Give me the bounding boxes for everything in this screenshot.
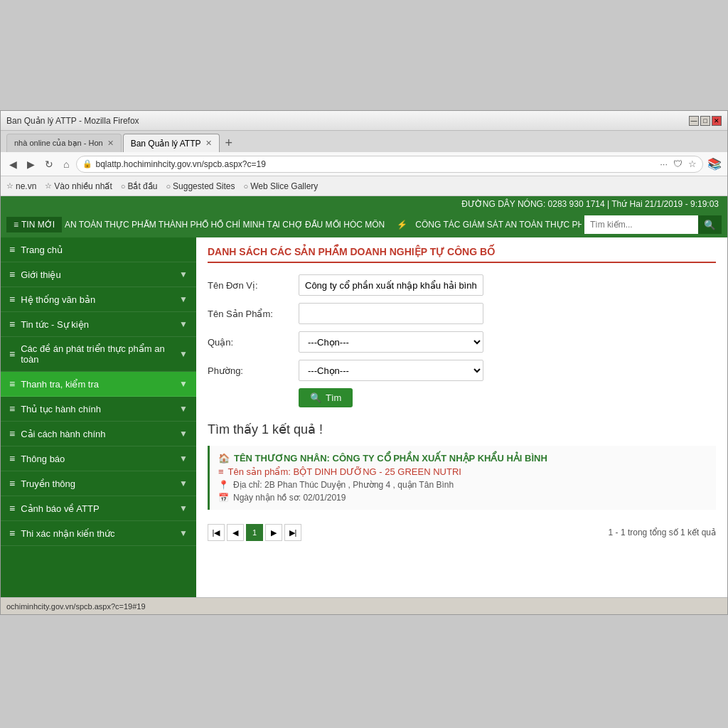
tab-attp[interactable]: Ban Quản lý ATTP ✕ [123, 134, 220, 152]
sidebar-item-de-an[interactable]: ≡ Các đề án phát triển thực phẩm an toàn… [1, 337, 196, 372]
home-button[interactable]: ⌂ [60, 157, 72, 171]
hotline-bar: ĐƯỜNG DÂY NÓNG: 0283 930 1714 | Thứ Hai … [1, 196, 727, 212]
library-icon[interactable]: 📚 [707, 157, 722, 171]
sidebar-item-van-ban[interactable]: ≡ Hệ thống văn bản ▼ [1, 287, 196, 312]
truyen-thong-label: Truyền thông [21, 478, 75, 489]
search-input-top[interactable] [584, 215, 698, 234]
result-count: Tìm thấy 1 kết quả ! [208, 422, 716, 437]
forward-button[interactable]: ▶ [24, 157, 38, 171]
search-icon: 🔍 [310, 392, 321, 403]
thong-bao-icon: ≡ [9, 453, 15, 464]
product-icon: ≡ [218, 466, 224, 477]
last-page-button[interactable]: ▶| [284, 524, 301, 541]
tin-moi-icon: ≡ [14, 220, 18, 230]
quan-select[interactable]: ---Chọn--- [299, 331, 483, 353]
sidebar-item-thong-bao[interactable]: ≡ Thông báo ▼ [1, 446, 196, 471]
thanh-tra-icon: ≡ [9, 378, 15, 390]
trang-chu-icon: ≡ [9, 244, 15, 255]
company-text: TÊN THƯƠNG NHÂN: CÔNG TY CỔ PHẦN XUẤT NH… [234, 453, 547, 464]
more-options-icon[interactable]: ··· [660, 159, 668, 169]
sidebar-item-trang-chu[interactable]: ≡ Trang chủ [1, 237, 196, 262]
tin-moi-button[interactable]: ≡ TIN MỚI [6, 217, 62, 232]
address-icon: 📍 [218, 480, 229, 490]
bookmark-ne[interactable]: ☆ ne.vn [6, 181, 36, 191]
search-submit-top[interactable]: 🔍 [698, 215, 722, 234]
bookmark-ne-icon: ☆ [6, 181, 14, 191]
address-text-result: Địa chỉ: 2B Phan Thúc Duyện , Phường 4 ,… [233, 480, 454, 490]
san-pham-input[interactable] [299, 303, 483, 324]
pagination-info: 1 - 1 trong tổng số 1 kết quả [609, 528, 716, 537]
tin-tuc-arrow: ▼ [179, 319, 188, 329]
result-item-0: 🏠 TÊN THƯƠNG NHÂN: CÔNG TY CỔ PHẦN XUẤT … [208, 446, 716, 510]
quan-label: Quận: [208, 337, 293, 348]
new-tab-button[interactable]: + [221, 134, 237, 152]
search-form: Tên Đơn Vị: Tên Sản Phẩm: Quận: ---Chọn-… [208, 274, 716, 407]
address-box[interactable]: 🔒 bqlattp.hochiminhcity.gov.vn/spcb.aspx… [76, 156, 703, 173]
back-button[interactable]: ◀ [6, 157, 20, 171]
bookmark-ne-label: ne.vn [16, 181, 36, 191]
next-page-button[interactable]: ▶ [265, 524, 282, 541]
tin-tuc-label: Tin tức - Sự kiện [21, 319, 89, 330]
search-button[interactable]: 🔍 Tìm [299, 388, 353, 407]
hotline-text: ĐƯỜNG DÂY NÓNG: 0283 930 1714 | Thứ Hai … [461, 199, 719, 209]
sidebar-item-gioi-thieu[interactable]: ≡ Giới thiệu ▼ [1, 262, 196, 287]
page-content: ĐƯỜNG DÂY NÓNG: 0283 930 1714 | Thứ Hai … [1, 196, 727, 614]
page-1-button[interactable]: 1 [246, 524, 263, 541]
bookmark-star-icon[interactable]: 🛡 [673, 159, 682, 169]
phuong-row: Phường: ---Chọn--- [208, 360, 716, 381]
thu-tuc-label: Thủ tục hành chính [21, 404, 101, 414]
sidebar-item-truyen-thong[interactable]: ≡ Truyền thông ▼ [1, 471, 196, 496]
first-page-button[interactable]: |◀ [208, 524, 225, 541]
maximize-button[interactable]: □ [700, 116, 710, 126]
address-icons: ··· 🛡 ☆ [660, 159, 697, 169]
truyen-thong-arrow: ▼ [179, 478, 188, 488]
news-ticker: AN TOÀN THỰC PHẨM THÀNH PHỐ HỒ CHÍ MINH … [65, 220, 582, 230]
prev-page-button[interactable]: ◀ [227, 524, 244, 541]
van-ban-label: Hệ thống văn bản [21, 294, 95, 305]
sidebar-item-canh-bao[interactable]: ≡ Cảnh báo về ATTP ▼ [1, 496, 196, 521]
tin-tuc-icon: ≡ [9, 318, 15, 330]
sidebar-item-cai-cach[interactable]: ≡ Cải cách hành chính ▼ [1, 422, 196, 446]
san-pham-label: Tên Sản Phẩm: [208, 309, 293, 319]
bookmark-suggested[interactable]: ○ Suggested Sites [166, 181, 235, 191]
address-bar-row: ◀ ▶ ↻ ⌂ 🔒 bqlattp.hochiminhcity.gov.vn/s… [1, 152, 727, 176]
bookmark-bd-icon: ○ [121, 182, 126, 191]
result-company: 🏠 TÊN THƯƠNG NHÂN: CÔNG TY CỔ PHẦN XUẤT … [218, 453, 707, 464]
bookmark-vao-nhieu-nhat[interactable]: ☆ Vào nhiều nhất [45, 181, 112, 191]
tin-moi-label: TIN MỚI [21, 220, 55, 230]
refresh-button[interactable]: ↻ [42, 157, 56, 171]
title-bar: Ban Quản lý ATTP - Mozilla Firefox — □ ✕ [1, 111, 727, 131]
quan-row: Quận: ---Chọn--- [208, 331, 716, 353]
reader-icon[interactable]: ☆ [688, 159, 697, 169]
bookmark-bat-dau[interactable]: ○ Bắt đầu [121, 181, 158, 191]
thi-xac-nhan-icon: ≡ [9, 528, 15, 539]
ticker-text: AN TOÀN THỰC PHẨM THÀNH PHỐ HỒ CHÍ MINH … [65, 220, 385, 230]
de-an-arrow: ▼ [179, 349, 188, 359]
sidebar-item-thi-xac-nhan[interactable]: ≡ Thi xác nhận kiến thức ▼ [1, 521, 196, 546]
sidebar-item-thu-tuc[interactable]: ≡ Thủ tục hành chính ▼ [1, 397, 196, 422]
tab-attp-close[interactable]: ✕ [205, 139, 212, 148]
main-area: DANH SÁCH CÁC SẢN PHẨM DOANH NGHIỆP TỰ C… [196, 237, 727, 604]
tab-home[interactable]: nhà online của bạn - Hon ✕ [6, 134, 122, 152]
bookmark-ws-label: Web Slice Gallery [250, 181, 318, 191]
bookmark-web-slice[interactable]: ○ Web Slice Gallery [244, 181, 318, 191]
de-an-label: Các đề án phát triển thực phẩm an toàn [21, 343, 179, 365]
phuong-label: Phường: [208, 365, 293, 376]
close-button[interactable]: ✕ [712, 116, 722, 126]
company-icon: 🏠 [218, 453, 230, 464]
tabs-row: nhà online của bạn - Hon ✕ Ban Quản lý A… [1, 131, 727, 152]
canh-bao-label: Cảnh báo về ATTP [21, 503, 99, 514]
bookmark-vnnh-label: Vào nhiều nhất [54, 181, 112, 191]
bookmark-vnnh-icon: ☆ [45, 181, 52, 191]
page-title: DANH SÁCH CÁC SẢN PHẨM DOANH NGHIỆP TỰ C… [208, 246, 716, 263]
don-vi-label: Tên Đơn Vị: [208, 280, 293, 291]
tab-home-close[interactable]: ✕ [107, 139, 114, 148]
don-vi-input[interactable] [299, 274, 483, 296]
sidebar-item-thanh-tra[interactable]: ≡ Thanh tra, kiểm tra ▼ [1, 372, 196, 397]
phuong-select[interactable]: ---Chọn--- [299, 360, 483, 381]
main-layout: ≡ Trang chủ ≡ Giới thiệu ▼ ≡ [1, 237, 727, 604]
thong-bao-arrow: ▼ [179, 454, 188, 464]
sidebar-item-tin-tuc[interactable]: ≡ Tin tức - Sự kiện ▼ [1, 312, 196, 337]
tab-attp-label: Ban Quản lý ATTP [131, 139, 201, 149]
minimize-button[interactable]: — [689, 116, 699, 126]
